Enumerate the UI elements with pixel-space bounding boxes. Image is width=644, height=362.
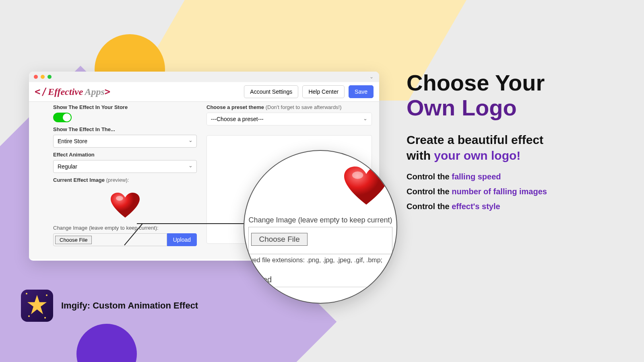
window-titlebar: ⌄ bbox=[29, 72, 379, 82]
app-name: Imgify: Custom Animation Effect bbox=[61, 300, 198, 311]
preset-label: Choose a preset theme (Don't forget to s… bbox=[206, 104, 372, 110]
preset-select[interactable]: ---Choose a preset--- bbox=[207, 113, 372, 125]
bullet-1: Control the falling speed bbox=[407, 172, 624, 181]
marketing-copy: Choose Your Own Logo Create a beautiful … bbox=[407, 70, 624, 211]
headline: Choose Your Own Logo bbox=[407, 70, 624, 120]
current-image-label: Current Effect Image (preview): bbox=[53, 177, 197, 183]
speed-label: Speed bbox=[248, 275, 392, 284]
show-effect-label: Show The Effect In Your Store bbox=[53, 104, 197, 110]
window-max-icon[interactable] bbox=[47, 75, 52, 79]
show-in-select[interactable]: Entire Store bbox=[53, 135, 197, 148]
app-icon bbox=[21, 290, 53, 322]
file-input[interactable]: Choose File bbox=[53, 233, 167, 246]
zoom-lens: Change Image (leave empty to keep curren… bbox=[244, 150, 397, 304]
svg-point-1 bbox=[352, 171, 363, 179]
show-in-label: Show The Effect In The... bbox=[53, 126, 197, 132]
choose-file-button[interactable]: Choose File bbox=[55, 236, 92, 244]
connector-line bbox=[137, 223, 252, 224]
subheadline: Create a beautiful effect with your own … bbox=[407, 132, 624, 163]
app-badge: Imgify: Custom Animation Effect bbox=[21, 290, 198, 322]
upload-button[interactable]: Upload bbox=[167, 233, 197, 246]
chevron-down-icon[interactable]: ⌄ bbox=[369, 74, 374, 80]
svg-marker-2 bbox=[27, 295, 47, 314]
window-close-icon[interactable] bbox=[34, 75, 38, 79]
choose-file-button[interactable]: Choose File bbox=[251, 233, 307, 246]
zoom-change-image-label: Change Image (leave empty to keep curren… bbox=[248, 216, 392, 224]
show-effect-toggle[interactable] bbox=[53, 113, 72, 122]
bullet-3: Control the effect's style bbox=[407, 202, 624, 211]
change-image-label: Change Image (leave empty to keep curren… bbox=[53, 225, 197, 231]
animation-select[interactable]: Regular bbox=[53, 160, 197, 173]
heart-icon bbox=[53, 185, 197, 222]
heart-icon bbox=[248, 167, 392, 208]
window-min-icon[interactable] bbox=[41, 75, 45, 79]
account-settings-button[interactable]: Account Settings bbox=[244, 85, 298, 98]
save-button[interactable]: Save bbox=[349, 85, 374, 98]
app-logo: </ Effective Apps > bbox=[35, 86, 110, 97]
animation-label: Effect Animation bbox=[53, 152, 197, 158]
app-header: </ Effective Apps > Account Settings Hel… bbox=[29, 82, 379, 102]
allowed-extensions-label: wed file extensions: .png, .jpg, .jpeg, … bbox=[248, 257, 392, 264]
help-center-button[interactable]: Help Center bbox=[302, 85, 345, 98]
bullet-2: Control the number of falling images bbox=[407, 187, 624, 196]
svg-point-0 bbox=[116, 196, 123, 201]
